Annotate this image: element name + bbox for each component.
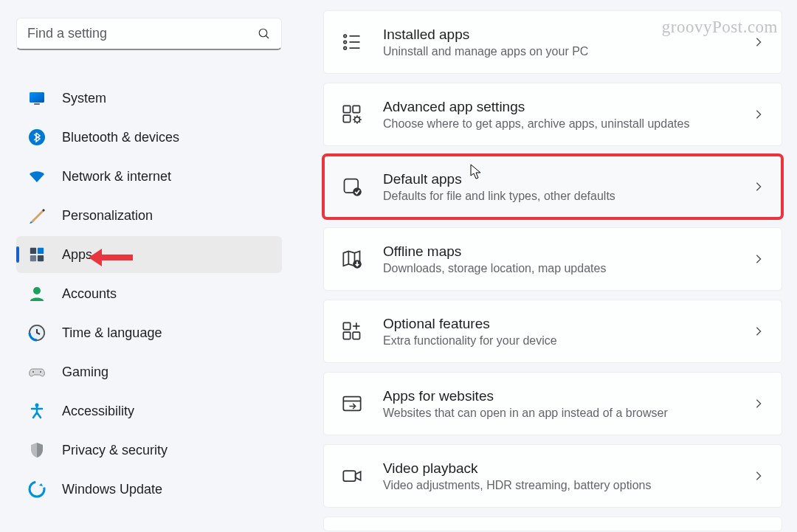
svg-line-1 <box>266 35 269 38</box>
svg-point-5 <box>29 129 45 145</box>
svg-rect-34 <box>343 332 350 339</box>
window-link-icon <box>342 393 362 414</box>
sidebar-item-personalization[interactable]: Personalization <box>16 197 282 234</box>
map-download-icon <box>342 249 362 269</box>
svg-point-14 <box>32 371 34 373</box>
sidebar-item-label: Gaming <box>62 365 108 380</box>
chevron-right-icon <box>753 182 764 192</box>
sidebar-item-label: Windows Update <box>62 482 162 497</box>
sidebar-item-windows-update[interactable]: Windows Update <box>16 471 282 508</box>
video-icon <box>342 466 362 486</box>
card-title: Video playback <box>383 460 753 477</box>
grid-gear-icon <box>342 104 362 125</box>
svg-point-17 <box>30 482 44 497</box>
card-default-apps[interactable]: Default apps Defaults for file and link … <box>323 155 782 218</box>
card-subtitle: Websites that can open in an app instead… <box>383 407 753 420</box>
list-icon <box>342 32 362 52</box>
card-optional-features[interactable]: Optional features Extra functionality fo… <box>323 300 782 363</box>
card-subtitle: Video adjustments, HDR streaming, batter… <box>383 479 753 492</box>
chevron-right-icon <box>753 326 764 336</box>
sidebar-item-label: Network & internet <box>62 169 171 184</box>
apps-settings-list: Installed apps Uninstall and manage apps… <box>295 0 797 532</box>
chevron-right-icon <box>753 398 764 409</box>
sidebar-item-system[interactable]: System <box>16 80 282 117</box>
svg-rect-26 <box>343 115 350 122</box>
card-subtitle: Defaults for file and link types, other … <box>383 190 753 203</box>
card-title: Optional features <box>383 316 753 332</box>
paintbrush-icon <box>28 207 46 224</box>
sidebar-item-accessibility[interactable]: Accessibility <box>16 393 282 429</box>
update-icon <box>28 480 46 498</box>
card-title: Apps for websites <box>383 388 753 404</box>
search-icon <box>258 27 271 41</box>
sidebar-item-label: Bluetooth & devices <box>62 130 179 145</box>
svg-rect-40 <box>343 471 355 481</box>
sidebar-item-bluetooth[interactable]: Bluetooth & devices <box>16 119 282 156</box>
card-title: Offline maps <box>383 243 753 260</box>
chevron-right-icon <box>753 37 764 47</box>
sidebar-item-accounts[interactable]: Accounts <box>16 275 282 312</box>
svg-rect-3 <box>30 92 44 103</box>
svg-rect-24 <box>343 106 350 112</box>
svg-rect-38 <box>343 397 360 411</box>
svg-rect-4 <box>34 103 40 105</box>
grid-plus-icon <box>342 321 362 342</box>
card-partial-next[interactable] <box>323 517 782 531</box>
card-title: Default apps <box>383 171 753 187</box>
chevron-right-icon <box>753 471 764 481</box>
chevron-right-icon <box>753 109 764 120</box>
clock-icon <box>28 324 46 342</box>
svg-point-20 <box>344 41 347 44</box>
svg-rect-25 <box>353 106 359 112</box>
svg-point-29 <box>353 187 362 196</box>
system-icon <box>28 89 46 107</box>
person-icon <box>28 285 46 303</box>
accessibility-icon <box>28 402 46 420</box>
svg-point-15 <box>40 371 41 373</box>
sidebar-item-time[interactable]: Time & language <box>16 314 282 351</box>
card-apps-for-websites[interactable]: Apps for websites Websites that can open… <box>323 372 782 435</box>
sidebar-item-label: Time & language <box>62 325 162 341</box>
apps-icon <box>28 246 46 263</box>
card-offline-maps[interactable]: Offline maps Downloads, storage location… <box>323 227 782 291</box>
svg-point-10 <box>33 287 41 294</box>
card-advanced-app-settings[interactable]: Advanced app settings Choose where to ge… <box>323 83 782 146</box>
svg-rect-8 <box>30 255 36 261</box>
sidebar-item-gaming[interactable]: Gaming <box>16 353 282 390</box>
svg-rect-7 <box>38 248 44 254</box>
sidebar-item-label: Personalization <box>62 208 153 224</box>
chevron-right-icon <box>753 254 764 264</box>
svg-point-22 <box>344 46 347 49</box>
sidebar-item-network[interactable]: Network & internet <box>16 158 282 195</box>
sidebar-item-label: Accounts <box>62 286 117 302</box>
svg-rect-35 <box>353 332 359 339</box>
sidebar-item-label: Apps <box>62 247 92 263</box>
card-video-playback[interactable]: Video playback Video adjustments, HDR st… <box>323 444 782 508</box>
svg-point-18 <box>344 35 347 38</box>
card-title: Installed apps <box>383 27 753 43</box>
card-installed-apps[interactable]: Installed apps Uninstall and manage apps… <box>323 10 782 74</box>
search-input[interactable] <box>27 26 258 41</box>
sidebar-item-label: Privacy & security <box>62 443 168 458</box>
card-title: Advanced app settings <box>383 99 753 115</box>
svg-rect-6 <box>30 248 36 254</box>
search-box[interactable] <box>16 18 282 50</box>
sidebar-item-apps[interactable]: Apps <box>16 236 282 273</box>
card-subtitle: Downloads, storage location, map updates <box>383 262 753 275</box>
wifi-icon <box>28 167 46 185</box>
svg-rect-33 <box>343 322 350 329</box>
card-subtitle: Choose where to get apps, archive apps, … <box>383 117 753 131</box>
card-subtitle: Uninstall and manage apps on your PC <box>383 45 753 58</box>
svg-rect-9 <box>38 255 44 261</box>
sidebar: System Bluetooth & devices Network & int… <box>0 0 295 532</box>
gamepad-icon <box>28 363 46 381</box>
sidebar-item-label: System <box>62 91 106 106</box>
shield-icon <box>28 441 46 459</box>
svg-point-0 <box>259 29 267 37</box>
bluetooth-icon <box>28 128 46 146</box>
sidebar-item-privacy[interactable]: Privacy & security <box>16 432 282 469</box>
default-apps-icon <box>342 176 362 197</box>
sidebar-item-label: Accessibility <box>62 404 134 419</box>
sidebar-nav: System Bluetooth & devices Network & int… <box>16 80 282 510</box>
card-subtitle: Extra functionality for your device <box>383 334 753 348</box>
